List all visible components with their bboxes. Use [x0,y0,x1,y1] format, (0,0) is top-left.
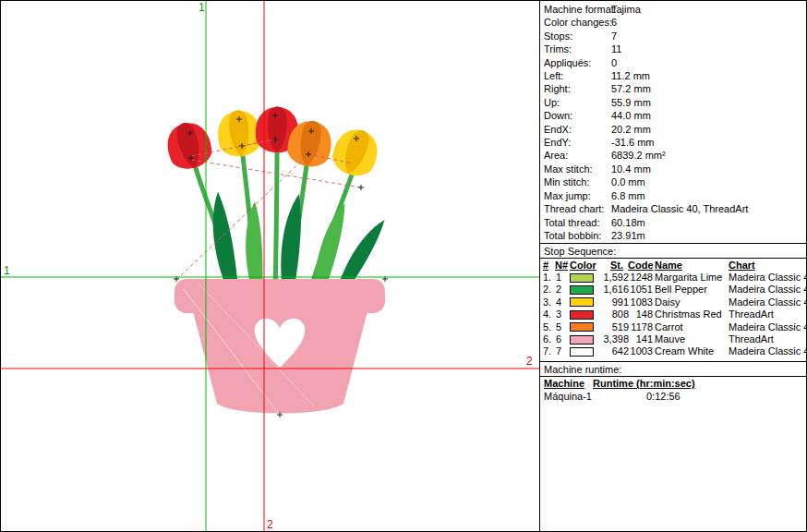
stop-row-stitches: 808 [592,308,629,320]
info-row: Max jump:6.8 mm [540,189,807,202]
info-label: Total thread: [544,216,600,229]
col-header-needle: N# [555,260,568,272]
info-row: Appliqués:0 [540,56,807,69]
stop-row-needle: 6 [556,333,561,345]
info-value: Tajima [611,3,641,16]
stop-row-needle: 2 [556,284,561,296]
stop-sequence-row: 5.55191178CarrotMadeira Classic 40 [540,321,807,333]
info-list: Machine format:TajimaColor changes:6Stop… [540,3,807,242]
machine-name: Máquina-1 [544,391,592,403]
stop-row-code: 148 [625,308,653,320]
stop-sequence-title: Stop Sequence: [544,245,616,258]
info-value: 0.0 mm [611,175,645,188]
stop-row-chart: Madeira Classic 40 [729,321,807,333]
info-value: Madeira Classic 40, ThreadArt [611,202,748,215]
col-header-name: Name [655,260,682,272]
stop-sequence-row: 7.76421003Cream WhiteMadeira Classic 40 [540,345,807,357]
info-label: Thread chart: [544,202,604,215]
info-label: Color changes: [544,16,612,29]
tulip-red-left [163,118,215,174]
stop-row-stitches: 1,592 [592,272,629,284]
machine-runtime-title: Machine runtime: [544,363,621,376]
stop-sequence-header: # N# Color St. Code Name Chart [540,260,807,272]
stop-row-code: 1178 [625,321,653,333]
separator [540,376,807,377]
stop-row-chart: Madeira Classic 40 [729,272,807,284]
col-header-code: Code [628,260,654,272]
thread-color-swatch [570,322,594,332]
thread-color-swatch [570,335,594,345]
stop-row-name: Carrot [655,321,683,333]
info-row: Color changes:6 [540,16,807,29]
stop-row-needle: 4 [556,296,561,308]
info-label: Total bobbin: [544,229,601,242]
info-value: 6.8 mm [611,189,645,202]
end-marker-label-bottom: 2 [267,518,273,531]
stop-row-chart: Madeira Classic 40 [729,284,807,296]
info-row: Total thread:60.18m [540,216,807,229]
info-row: Trims:11 [540,42,807,55]
stop-sequence-row: 1.11,5921248Margarita LimeMadeira Classi… [540,272,807,284]
info-value: 6839.2 mm² [611,149,666,162]
stop-row-needle: 5 [556,321,561,333]
info-label: Area: [544,149,568,162]
info-label: EndX: [544,123,572,136]
col-header-chart: Chart [729,260,755,272]
stop-sequence-row: 2.21,6161051Bell PepperMadeira Classic 4… [540,284,807,296]
stop-row-stitches: 3,398 [592,333,629,345]
info-row: Right:57.2 mm [540,82,807,95]
machine-runtime-value: 0:12:56 [646,391,681,403]
stop-row-needle: 7 [556,345,561,357]
stop-row-stitches: 519 [592,321,629,333]
thread-color-swatch [570,273,594,283]
col-header-color: Color [570,260,596,272]
info-row: Stops:7 [540,30,807,42]
info-value: 11.2 mm [611,69,650,82]
separator [540,258,807,259]
info-row: Total bobbin:23.91m [540,229,807,242]
info-label: Up: [544,96,560,109]
stop-sequence-rows: 1.11,5921248Margarita LimeMadeira Classi… [540,272,807,360]
col-header-num: # [543,260,548,272]
thread-color-swatch [570,297,594,307]
stop-row-chart: ThreadArt [729,333,774,345]
tulip-yellow-right [328,123,384,181]
stop-row-needle: 1 [556,272,561,284]
stop-row-chart: Madeira Classic 40 [729,296,807,308]
machine-runtime-header: Machine Runtime (hr:min:sec) [540,378,807,390]
col-header-machine: Machine [544,378,584,390]
info-label: Right: [544,82,571,95]
stop-row-number: 7. [543,345,551,357]
info-label: Trims: [544,42,572,55]
stop-row-number: 3. [543,296,551,308]
info-label: Max jump: [544,189,591,202]
stop-row-stitches: 642 [592,345,629,357]
stop-row-name: Cream White [655,345,714,357]
info-row: Up:55.9 mm [540,96,807,109]
info-value: 23.91m [611,229,645,242]
info-value: 7 [611,30,617,42]
info-row: Left:11.2 mm [540,69,807,82]
info-value: 57.2 mm [611,82,651,95]
end-marker-label-right: 2 [526,355,533,368]
thread-color-swatch [570,285,594,295]
separator [540,243,807,244]
info-value: 44.0 mm [611,109,651,122]
info-row: Area:6839.2 mm² [540,149,807,162]
info-row: Down:44.0 mm [540,109,807,122]
stop-row-name: Margarita Lime [655,272,722,284]
info-value: 10.4 mm [611,163,651,175]
info-row: Max stitch:10.4 mm [540,163,807,175]
thread-color-swatch [570,310,594,320]
info-row: Machine format:Tajima [540,3,807,16]
info-label: Left: [544,69,563,82]
start-marker-label-top: 1 [199,1,205,14]
stop-row-name: Bell Pepper [655,284,707,296]
info-label: Max stitch: [544,163,593,175]
design-canvas: 1 1 2 2 [1,1,539,531]
stop-row-number: 6. [543,333,551,345]
info-value: 55.9 mm [611,96,651,109]
embroidery-preview: 1 1 2 2 [1,1,539,531]
info-label: Min stitch: [544,175,590,188]
stop-row-number: 2. [543,284,551,296]
